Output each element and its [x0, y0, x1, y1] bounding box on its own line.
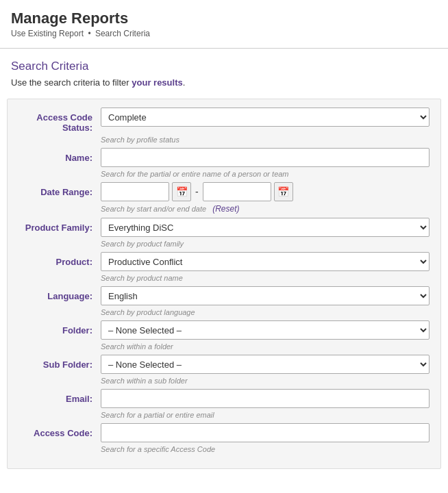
- page-title: Manage Reports: [11, 10, 437, 27]
- product-family-select[interactable]: Everything DiSC Five Behaviors All: [101, 218, 430, 237]
- email-hint: Search for a partial or entire email: [101, 411, 430, 419]
- folder-row: Folder: – None Selected –: [18, 320, 430, 340]
- calendar-icon-end: 📅: [277, 186, 289, 197]
- section-desc-suffix: .: [183, 77, 186, 88]
- header-divider: [0, 48, 448, 49]
- breadcrumb: Use Existing Report • Search Criteria: [11, 29, 437, 38]
- sub-folder-field: – None Selected –: [101, 355, 430, 374]
- breadcrumb-separator: •: [88, 29, 90, 38]
- product-row: Product: Productive Conflict Workplace M…: [18, 252, 430, 271]
- email-field: [101, 389, 430, 408]
- email-row: Email:: [18, 389, 430, 408]
- access-code-status-hint: Search by profile status: [101, 136, 430, 144]
- sub-folder-label: Sub Folder:: [18, 355, 101, 370]
- breadcrumb-part1: Use Existing Report: [11, 29, 84, 38]
- sub-folder-select[interactable]: – None Selected –: [101, 355, 430, 374]
- access-code-input[interactable]: [101, 423, 430, 442]
- access-code-hint: Search for a specific Access Code: [101, 445, 430, 453]
- date-start-calendar-button[interactable]: 📅: [172, 182, 191, 201]
- product-hint: Search by product name: [101, 274, 430, 282]
- date-start-input[interactable]: [101, 182, 169, 201]
- access-code-status-select[interactable]: Complete Incomplete All: [101, 108, 430, 127]
- sub-folder-hint: Search within a sub folder: [101, 377, 430, 385]
- page-header: Manage Reports Use Existing Report • Sea…: [0, 0, 448, 42]
- access-code-label: Access Code:: [18, 423, 101, 438]
- breadcrumb-part2: Search Criteria: [95, 29, 150, 38]
- name-row: Name:: [18, 148, 430, 167]
- calendar-icon-start: 📅: [176, 186, 188, 197]
- date-range-row: Date Range: 📅 - 📅: [18, 182, 430, 201]
- section-title: Search Criteria: [0, 54, 448, 76]
- date-range-hint-row: Search by start and/or end date (Reset): [101, 204, 430, 214]
- name-field: [101, 148, 430, 167]
- date-range-label: Date Range:: [18, 182, 101, 197]
- language-field: English Spanish French: [101, 286, 430, 305]
- language-hint: Search by product language: [101, 308, 430, 316]
- access-code-status-field: Complete Incomplete All: [101, 108, 430, 127]
- date-range-dash: -: [194, 186, 200, 197]
- product-field: Productive Conflict Workplace Management…: [101, 252, 430, 271]
- date-reset-link[interactable]: (Reset): [212, 204, 239, 214]
- folder-label: Folder:: [18, 320, 101, 336]
- product-label: Product:: [18, 252, 101, 267]
- language-row: Language: English Spanish French: [18, 286, 430, 305]
- date-end-input[interactable]: [203, 182, 271, 201]
- product-family-row: Product Family: Everything DiSC Five Beh…: [18, 218, 430, 237]
- access-code-row: Access Code:: [18, 423, 430, 442]
- section-desc-highlight: your results: [132, 77, 182, 88]
- access-code-field: [101, 423, 430, 442]
- email-label: Email:: [18, 389, 101, 404]
- date-range-hint: Search by start and/or end date: [101, 205, 206, 213]
- product-select[interactable]: Productive Conflict Workplace Management…: [101, 252, 430, 271]
- sub-folder-row: Sub Folder: – None Selected –: [18, 355, 430, 374]
- access-code-status-label: Access Code Status:: [18, 108, 101, 133]
- section-desc-prefix: Use the search criteria to filter: [11, 77, 132, 88]
- name-input[interactable]: [101, 148, 430, 167]
- section-description: Use the search criteria to filter your r…: [0, 76, 448, 93]
- folder-hint: Search within a folder: [101, 342, 430, 351]
- language-select[interactable]: English Spanish French: [101, 286, 430, 305]
- product-family-label: Product Family:: [18, 218, 101, 233]
- search-criteria-box: Access Code Status: Complete Incomplete …: [7, 99, 441, 469]
- email-input[interactable]: [101, 389, 430, 408]
- access-code-status-row: Access Code Status: Complete Incomplete …: [18, 108, 430, 133]
- name-hint: Search for the partial or entire name of…: [101, 170, 430, 178]
- product-family-field: Everything DiSC Five Behaviors All: [101, 218, 430, 237]
- folder-field: – None Selected –: [101, 320, 430, 340]
- name-label: Name:: [18, 148, 101, 163]
- folder-select[interactable]: – None Selected –: [101, 320, 430, 340]
- language-label: Language:: [18, 286, 101, 301]
- date-range-field: 📅 - 📅: [101, 182, 430, 201]
- date-end-calendar-button[interactable]: 📅: [274, 182, 293, 201]
- product-family-hint: Search by product family: [101, 240, 430, 248]
